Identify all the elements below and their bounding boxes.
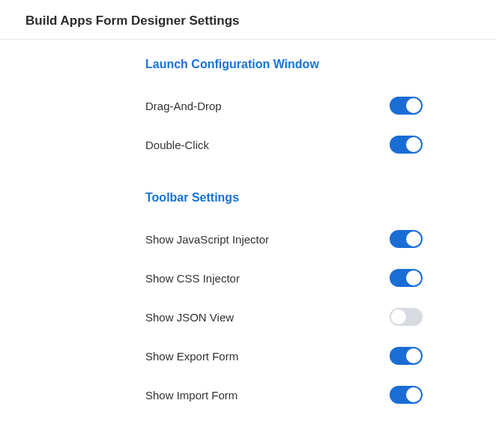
json-view-row: Show JSON View bbox=[145, 297, 423, 336]
drag-drop-label: Drag-And-Drop bbox=[145, 100, 222, 112]
toggle-knob bbox=[406, 348, 421, 363]
css-injector-label: Show CSS Injector bbox=[145, 272, 240, 285]
settings-content: Launch Configuration Window Drag-And-Dro… bbox=[0, 40, 496, 414]
json-view-toggle[interactable] bbox=[390, 308, 423, 326]
launch-config-section: Launch Configuration Window Drag-And-Dro… bbox=[145, 58, 496, 164]
page-title: Build Apps Form Designer Settings bbox=[25, 13, 496, 28]
launch-config-title: Launch Configuration Window bbox=[145, 58, 496, 71]
page-header: Build Apps Form Designer Settings bbox=[0, 0, 496, 40]
export-form-row: Show Export Form bbox=[145, 336, 423, 375]
toggle-knob bbox=[391, 309, 406, 324]
import-form-toggle[interactable] bbox=[390, 386, 423, 404]
import-form-label: Show Import Form bbox=[145, 389, 238, 402]
toggle-knob bbox=[406, 231, 421, 246]
toggle-knob bbox=[406, 387, 421, 402]
toolbar-settings-section: Toolbar Settings Show JavaScript Injecto… bbox=[145, 191, 496, 414]
drag-drop-toggle[interactable] bbox=[390, 97, 423, 115]
json-view-label: Show JSON View bbox=[145, 311, 234, 324]
drag-drop-row: Drag-And-Drop bbox=[145, 86, 423, 125]
js-injector-toggle[interactable] bbox=[390, 230, 423, 248]
js-injector-label: Show JavaScript Injector bbox=[145, 233, 269, 246]
export-form-toggle[interactable] bbox=[390, 347, 423, 365]
toggle-knob bbox=[406, 137, 421, 152]
toolbar-settings-title: Toolbar Settings bbox=[145, 191, 496, 205]
js-injector-row: Show JavaScript Injector bbox=[145, 220, 423, 258]
import-form-row: Show Import Form bbox=[145, 375, 423, 414]
double-click-label: Double-Click bbox=[145, 139, 209, 151]
toggle-knob bbox=[406, 98, 421, 113]
double-click-toggle[interactable] bbox=[390, 136, 423, 154]
css-injector-row: Show CSS Injector bbox=[145, 258, 423, 297]
export-form-label: Show Export Form bbox=[145, 350, 238, 363]
css-injector-toggle[interactable] bbox=[390, 269, 423, 287]
toggle-knob bbox=[406, 270, 421, 285]
double-click-row: Double-Click bbox=[145, 125, 423, 164]
